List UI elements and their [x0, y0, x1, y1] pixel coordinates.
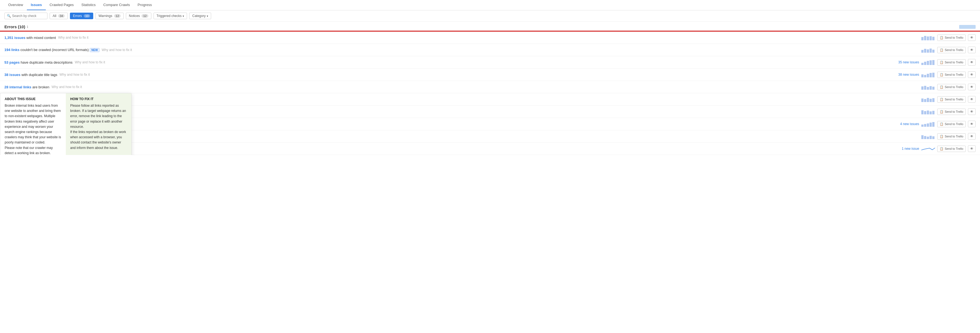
send-trello-btn-10[interactable]: 📋 Send to Trello: [937, 146, 966, 152]
chevron-down-icon-2: ▾: [207, 14, 208, 18]
svg-rect-16: [924, 75, 926, 77]
fix-link-4[interactable]: Why and how to fix it: [59, 73, 90, 76]
issue-link-3[interactable]: 53 pages: [5, 61, 20, 64]
section-header: Errors (10) ℹ: [0, 22, 980, 29]
issue-right-5: 📋 Send to Trello 👁: [921, 84, 975, 90]
svg-rect-43: [929, 136, 932, 139]
eye-btn-4[interactable]: 👁: [968, 71, 975, 78]
eye-btn-7[interactable]: 👁: [968, 108, 975, 115]
nav-statistics[interactable]: Statistics: [78, 0, 100, 10]
send-trello-btn-3[interactable]: 📋 Send to Trello: [937, 59, 966, 65]
info-icon[interactable]: ℹ: [27, 25, 28, 29]
send-trello-btn-1[interactable]: 📋 Send to Trello: [937, 35, 966, 41]
send-trello-btn-9[interactable]: 📋 Send to Trello: [937, 133, 966, 140]
trello-icon-2: 📋: [940, 48, 943, 52]
spark-chart-5: [921, 84, 935, 90]
issue-right-3: 35 new issues 📋 Send to Trello 👁: [898, 59, 975, 65]
svg-rect-6: [924, 49, 926, 53]
nav-progress[interactable]: Progress: [134, 0, 156, 10]
tooltip-how-section: HOW TO FIX IT Please follow all links re…: [66, 93, 131, 155]
filter-warnings[interactable]: Warnings 12: [95, 13, 124, 19]
fix-link-3[interactable]: Why and how to fix it: [75, 61, 105, 64]
triggered-checks-dropdown[interactable]: Triggered checks ▾: [154, 13, 187, 19]
trello-icon-6: 📋: [940, 98, 943, 101]
svg-rect-44: [932, 136, 934, 139]
svg-rect-14: [932, 60, 934, 65]
nav-crawled-pages[interactable]: Crawled Pages: [46, 0, 78, 10]
notices-count-badge: 12: [142, 14, 148, 18]
eye-btn-10[interactable]: 👁: [968, 145, 975, 152]
issue-right-9: 📋 Send to Trello 👁: [921, 133, 975, 140]
svg-rect-25: [921, 99, 924, 102]
issue-right-2: 📋 Send to Trello 👁: [921, 47, 975, 53]
eye-btn-2[interactable]: 👁: [968, 47, 975, 53]
issue-link-2[interactable]: 194 links: [5, 48, 19, 52]
tooltip-about-title: ABOUT THIS ISSUE: [5, 97, 61, 101]
svg-rect-32: [927, 110, 929, 115]
top-nav: Overview Issues Crawled Pages Statistics…: [0, 0, 980, 10]
send-trello-btn-8[interactable]: 📋 Send to Trello: [937, 121, 966, 127]
nav-issues[interactable]: Issues: [27, 0, 46, 10]
svg-rect-37: [927, 123, 929, 127]
search-box[interactable]: 🔍: [5, 13, 48, 19]
trello-icon-7: 📋: [940, 110, 943, 113]
svg-rect-12: [927, 61, 929, 65]
issue-text-3: 53 pages have duplicate meta description…: [5, 61, 73, 64]
issue-right-8: 4 new issues 📋 Send to Trello 👁: [900, 121, 975, 127]
issue-right-7: 📋 Send to Trello 👁: [921, 108, 975, 115]
filter-notices[interactable]: Notices 12: [126, 13, 151, 19]
svg-rect-22: [927, 87, 929, 90]
eye-btn-3[interactable]: 👁: [968, 59, 975, 65]
tooltip-how-title: HOW TO FIX IT: [70, 97, 127, 101]
issue-link-5[interactable]: 28 internal links: [5, 85, 31, 89]
spark-chart-3: [921, 59, 935, 65]
trello-icon-3: 📋: [940, 61, 943, 64]
filter-errors[interactable]: Errors 10: [70, 13, 93, 19]
issue-link-4[interactable]: 38 issues: [5, 73, 21, 77]
nav-overview[interactable]: Overview: [5, 0, 27, 10]
issue-link-1[interactable]: 1,351 issues: [5, 36, 25, 40]
svg-rect-10: [921, 63, 924, 65]
issue-row-3: 53 pages have duplicate meta description…: [0, 56, 980, 69]
send-trello-btn-5[interactable]: 📋 Send to Trello: [937, 84, 966, 90]
svg-rect-38: [929, 123, 932, 127]
svg-rect-11: [924, 62, 926, 65]
search-input[interactable]: [12, 14, 45, 18]
svg-rect-27: [927, 98, 929, 102]
spark-chart-4: [921, 72, 935, 77]
send-trello-btn-7[interactable]: 📋 Send to Trello: [937, 108, 966, 115]
fix-link-2[interactable]: Why and how to fix it: [102, 48, 132, 52]
issue-row-2: 194 links couldn't be crawled (incorrect…: [0, 44, 980, 56]
eye-btn-6[interactable]: 👁: [968, 96, 975, 103]
new-issues-label-10: 1 new issue: [902, 147, 919, 151]
nav-compare-crawls[interactable]: Compare Crawls: [100, 0, 134, 10]
filter-all[interactable]: All 34: [49, 13, 68, 19]
fix-link-1[interactable]: Why and how to fix it: [58, 36, 89, 40]
svg-rect-29: [932, 98, 934, 102]
svg-rect-0: [921, 37, 924, 40]
send-trello-btn-6[interactable]: 📋 Send to Trello: [937, 96, 966, 103]
tooltip-about-section: ABOUT THIS ISSUE Broken internal links l…: [0, 93, 66, 155]
fix-link-5[interactable]: Why and how to fix it: [52, 85, 82, 89]
issue-row: 1,351 issues with mixed content Why and …: [0, 32, 980, 44]
eye-btn-5[interactable]: 👁: [968, 84, 975, 90]
svg-rect-8: [929, 49, 932, 53]
errors-count-badge: 10: [84, 14, 90, 18]
category-dropdown[interactable]: Category ▾: [189, 13, 211, 19]
send-trello-btn-2[interactable]: 📋 Send to Trello: [937, 47, 966, 53]
eye-btn-9[interactable]: 👁: [968, 133, 975, 140]
warnings-count-badge: 12: [114, 14, 121, 18]
eye-btn-8[interactable]: 👁: [968, 121, 975, 127]
section-title: Errors (10): [5, 24, 25, 29]
svg-rect-26: [924, 99, 926, 102]
issue-row-9: 📋 Send to Trello 👁: [0, 130, 980, 143]
issue-right-4: 38 new issues 📋 Send to Trello 👁: [898, 71, 975, 78]
send-trello-btn-4[interactable]: 📋 Send to Trello: [937, 72, 966, 78]
svg-rect-42: [927, 137, 929, 139]
svg-rect-18: [929, 73, 932, 77]
eye-btn-1[interactable]: 👁: [968, 34, 975, 41]
svg-rect-19: [932, 73, 934, 77]
svg-rect-21: [924, 86, 926, 90]
trello-icon-10: 📋: [940, 147, 943, 151]
spark-chart-10: [921, 146, 935, 151]
